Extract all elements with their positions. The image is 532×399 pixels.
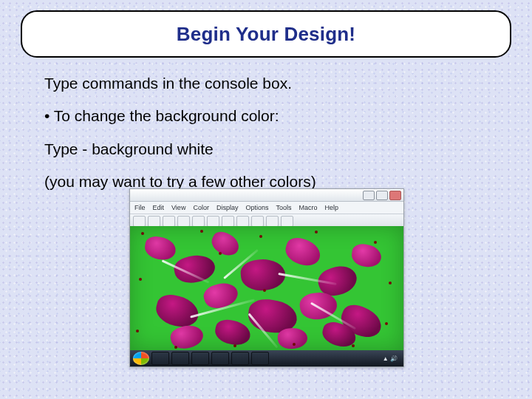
toolbar-icon bbox=[207, 216, 219, 227]
molecule-blob bbox=[208, 228, 242, 259]
taskbar-icon bbox=[171, 352, 189, 365]
atom-dot bbox=[315, 231, 318, 233]
atom-dot bbox=[233, 344, 236, 347]
toolbar-icon bbox=[177, 216, 190, 227]
taskbar-icon bbox=[151, 352, 169, 365]
atom-dot bbox=[385, 322, 388, 325]
molecule-blob bbox=[282, 234, 324, 269]
toolbar-icon bbox=[163, 216, 175, 227]
atom-dot bbox=[219, 252, 222, 255]
slide-title: Begin Your Design! bbox=[177, 23, 355, 46]
intro-line: Type commands in the console box. bbox=[44, 74, 488, 93]
toolbar-icon bbox=[133, 216, 146, 227]
molecule-blob bbox=[153, 292, 202, 331]
minimize-icon bbox=[363, 191, 375, 200]
menu-item: Display bbox=[216, 204, 239, 211]
atom-dot bbox=[389, 282, 392, 284]
menu-item: Help bbox=[324, 204, 338, 211]
menu-item: Options bbox=[245, 204, 268, 211]
menu-item: View bbox=[171, 204, 185, 211]
bullet-line: • To change the background color: bbox=[44, 106, 488, 126]
molecule-blob bbox=[350, 242, 383, 268]
menu-item: Color bbox=[193, 204, 209, 211]
atom-dot bbox=[139, 278, 142, 281]
close-icon bbox=[389, 191, 401, 200]
molecule-blob bbox=[143, 235, 178, 262]
title-box: Begin Your Design! bbox=[21, 10, 511, 58]
atom-dot bbox=[352, 344, 355, 347]
menu-item: Edit bbox=[153, 204, 165, 211]
embedded-app-window: File Edit View Color Display Options Too… bbox=[129, 188, 404, 367]
taskbar-icon bbox=[251, 352, 269, 365]
atom-dot bbox=[263, 289, 266, 292]
toolbar-icon bbox=[281, 216, 293, 227]
taskbar-icon bbox=[191, 352, 209, 365]
atom-dot bbox=[293, 343, 296, 346]
molecule-blob bbox=[213, 318, 252, 348]
molecule-viewport bbox=[130, 226, 403, 350]
toolbar-icon bbox=[266, 216, 279, 227]
atom-dot bbox=[200, 230, 203, 233]
molecule-blob bbox=[277, 327, 309, 350]
atom-dot bbox=[141, 232, 144, 235]
slide: Begin Your Design! Type commands in the … bbox=[0, 0, 532, 399]
app-menu-bar: File Edit View Color Display Options Too… bbox=[130, 202, 403, 214]
menu-item: Macro bbox=[299, 204, 317, 211]
start-button-icon bbox=[133, 352, 149, 365]
toolbar-icon bbox=[148, 216, 160, 227]
atom-dot bbox=[174, 346, 177, 349]
taskbar-icon bbox=[231, 352, 249, 365]
atom-dot bbox=[136, 330, 139, 332]
app-titlebar bbox=[130, 189, 403, 202]
atom-dot bbox=[259, 235, 262, 238]
system-tray: ▲ 🔊 bbox=[383, 355, 400, 362]
toolbar-icon bbox=[236, 216, 249, 227]
atom-dot bbox=[374, 241, 377, 244]
window-buttons bbox=[363, 191, 401, 199]
menu-item: File bbox=[134, 204, 146, 211]
toolbar-icon bbox=[222, 216, 234, 227]
taskbar-icon bbox=[211, 352, 229, 365]
maximize-icon bbox=[376, 191, 388, 200]
toolbar-icon bbox=[192, 216, 205, 227]
toolbar-icon bbox=[251, 216, 264, 227]
body-text: Type commands in the console box. • To c… bbox=[44, 74, 488, 205]
sub-line-1: Type - background white bbox=[44, 140, 488, 159]
menu-item: Tools bbox=[276, 204, 291, 211]
os-taskbar: ▲ 🔊 bbox=[130, 350, 403, 366]
